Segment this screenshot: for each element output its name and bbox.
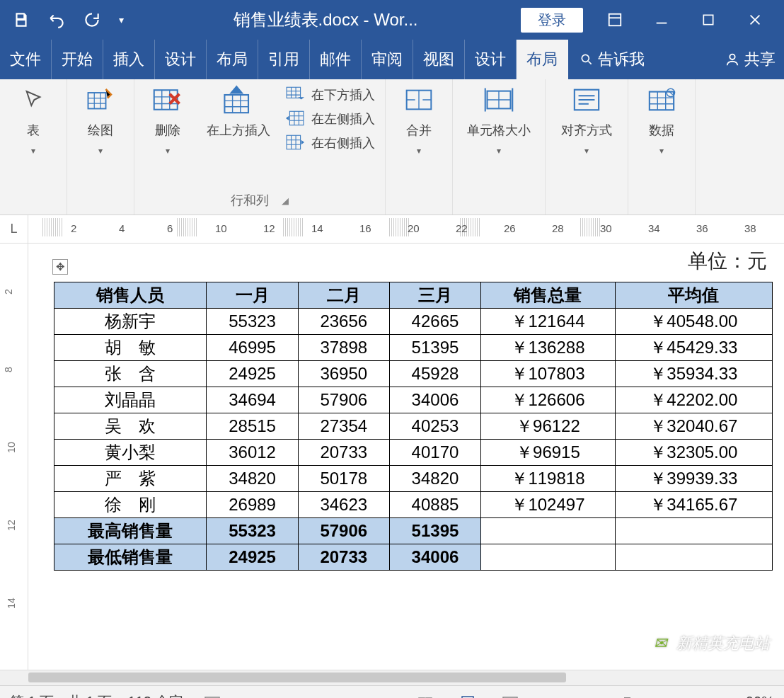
table-cell[interactable]: ￥35934.33 [615, 361, 772, 387]
table-cell[interactable]: ￥121644 [481, 309, 616, 335]
insert-above-button[interactable]: 在上方插入 [200, 85, 277, 139]
tab-insert[interactable]: 插入 [103, 40, 155, 79]
table-cell[interactable]: 55323 [207, 518, 298, 544]
table-cell[interactable]: 最低销售量 [54, 544, 207, 571]
merge-button[interactable]: 合并 ▾ [393, 85, 445, 156]
insert-right-button[interactable]: 在右侧插入 [283, 133, 378, 153]
table-cell[interactable]: 严 紫 [54, 466, 207, 492]
table-cell[interactable]: 45928 [389, 361, 480, 387]
table-cell[interactable]: 34006 [389, 544, 480, 571]
table-row[interactable]: 徐 刚269893462340885￥102497￥34165.67 [54, 492, 773, 518]
table-cell[interactable]: 胡 敏 [54, 335, 207, 361]
table-cell[interactable]: 26989 [207, 492, 298, 518]
table-cell[interactable]: 吴 欢 [54, 413, 207, 440]
tab-table-design[interactable]: 设计 [465, 40, 517, 79]
table-cell[interactable]: 55323 [207, 309, 298, 335]
table-cell[interactable]: 51395 [389, 518, 480, 544]
table-cell[interactable]: 徐 刚 [54, 492, 207, 518]
page-info[interactable]: 第 1 页，共 1 页 [10, 692, 112, 698]
table-header-cell[interactable]: 销售总量 [481, 282, 616, 309]
table-cell[interactable]: ￥107803 [481, 361, 616, 387]
table-cell[interactable]: 36950 [298, 361, 389, 387]
table-cell[interactable]: 36012 [207, 440, 298, 466]
table-header-cell[interactable]: 销售人员 [54, 282, 207, 309]
table-cell[interactable]: ￥126606 [481, 387, 616, 413]
table-cell[interactable]: 57906 [298, 387, 389, 413]
tab-references[interactable]: 引用 [258, 40, 310, 79]
table-summary-row[interactable]: 最低销售量249252073334006 [54, 544, 773, 571]
table-cell[interactable]: ￥32305.00 [615, 440, 772, 466]
table-cell[interactable]: 23656 [298, 309, 389, 335]
select-table-button[interactable]: 表 ▾ [7, 85, 59, 156]
table-cell[interactable]: 20733 [298, 440, 389, 466]
table-summary-row[interactable]: 最高销售量553235790651395 [54, 518, 773, 544]
login-button[interactable]: 登录 [521, 8, 583, 33]
table-cell[interactable] [615, 518, 772, 544]
tab-table-layout[interactable]: 布局 [517, 40, 568, 79]
table-header-cell[interactable]: 二月 [298, 282, 389, 309]
table-cell[interactable]: 40253 [389, 413, 480, 440]
table-row[interactable]: 黄小梨360122073340170￥96915￥32305.00 [54, 440, 773, 466]
table-cell[interactable]: 34006 [389, 387, 480, 413]
insert-below-button[interactable]: 在下方插入 [283, 85, 378, 105]
zoom-out-button[interactable]: − [539, 692, 566, 699]
table-cell[interactable]: ￥136288 [481, 335, 616, 361]
table-row[interactable]: 刘晶晶346945790634006￥126606￥42202.00 [54, 387, 773, 413]
word-count[interactable]: 112 个字 [127, 692, 183, 698]
delete-button[interactable]: 删除 ▾ [142, 85, 194, 156]
save-button[interactable] [6, 4, 37, 35]
data-button[interactable]: 数据 ▾ [635, 85, 688, 156]
tab-layout[interactable]: 布局 [207, 40, 258, 79]
insert-left-button[interactable]: 在左侧插入 [283, 109, 378, 129]
print-layout-button[interactable] [454, 692, 481, 699]
table-row[interactable]: 杨新宇553232365642665￥121644￥40548.00 [54, 309, 773, 335]
table-cell[interactable]: 34623 [298, 492, 389, 518]
tab-view[interactable]: 视图 [413, 40, 465, 79]
tab-design[interactable]: 设计 [155, 40, 207, 79]
table-cell[interactable]: 51395 [389, 335, 480, 361]
table-cell[interactable]: ￥32040.67 [615, 413, 772, 440]
tab-file[interactable]: 文件 [0, 40, 52, 79]
table-header-cell[interactable]: 三月 [389, 282, 480, 309]
table-cell[interactable]: 37898 [298, 335, 389, 361]
ruler-corner[interactable]: L [0, 215, 28, 244]
undo-button[interactable] [41, 4, 72, 35]
tell-me-search[interactable]: 告诉我 [568, 40, 656, 79]
vertical-ruler[interactable]: 28101214 [0, 244, 28, 670]
tab-review[interactable]: 审阅 [362, 40, 413, 79]
scrollbar-thumb[interactable] [28, 673, 566, 682]
table-cell[interactable]: ￥42202.00 [615, 387, 772, 413]
table-cell[interactable] [481, 518, 616, 544]
table-row[interactable]: 吴 欢285152735440253￥96122￥32040.67 [54, 413, 773, 440]
cell-size-button[interactable]: 单元格大小 ▾ [460, 85, 538, 156]
table-cell[interactable]: 42665 [389, 309, 480, 335]
table-row[interactable]: 胡 敏469953789851395￥136288￥45429.33 [54, 335, 773, 361]
web-layout-button[interactable] [497, 692, 524, 699]
maximize-button[interactable] [685, 4, 732, 35]
dialog-launcher-icon[interactable]: ◢ [282, 195, 289, 206]
table-cell[interactable]: 24925 [207, 544, 298, 571]
minimize-button[interactable] [638, 4, 685, 35]
horizontal-ruler[interactable]: L 246101214162022262830343638 [0, 215, 784, 244]
tab-mailings[interactable]: 邮件 [310, 40, 362, 79]
table-row[interactable]: 严 紫348205017834820￥119818￥39939.33 [54, 466, 773, 492]
alignment-button[interactable]: 对齐方式 ▾ [553, 85, 621, 156]
share-button[interactable]: 共享 [716, 40, 784, 79]
close-button[interactable] [732, 4, 778, 35]
table-cell[interactable]: ￥119818 [481, 466, 616, 492]
table-cell[interactable]: 杨新宇 [54, 309, 207, 335]
qat-customize-button[interactable]: ▾ [112, 4, 130, 35]
horizontal-scrollbar[interactable] [0, 670, 784, 685]
ribbon-display-options-button[interactable] [592, 4, 638, 35]
read-mode-button[interactable] [412, 692, 439, 699]
table-cell[interactable]: ￥34165.67 [615, 492, 772, 518]
table-cell[interactable]: 34694 [207, 387, 298, 413]
document-canvas[interactable]: ✥ 单位：元 销售人员一月二月三月销售总量平均值 杨新宇553232365642… [28, 244, 784, 670]
draw-table-button[interactable]: 绘图 ▾ [74, 85, 127, 156]
table-move-handle[interactable]: ✥ [52, 259, 68, 275]
table-cell[interactable]: ￥102497 [481, 492, 616, 518]
table-cell[interactable]: 24925 [207, 361, 298, 387]
table-row[interactable]: 张 含249253695045928￥107803￥35934.33 [54, 361, 773, 387]
table-cell[interactable]: 27354 [298, 413, 389, 440]
table-cell[interactable]: 刘晶晶 [54, 387, 207, 413]
